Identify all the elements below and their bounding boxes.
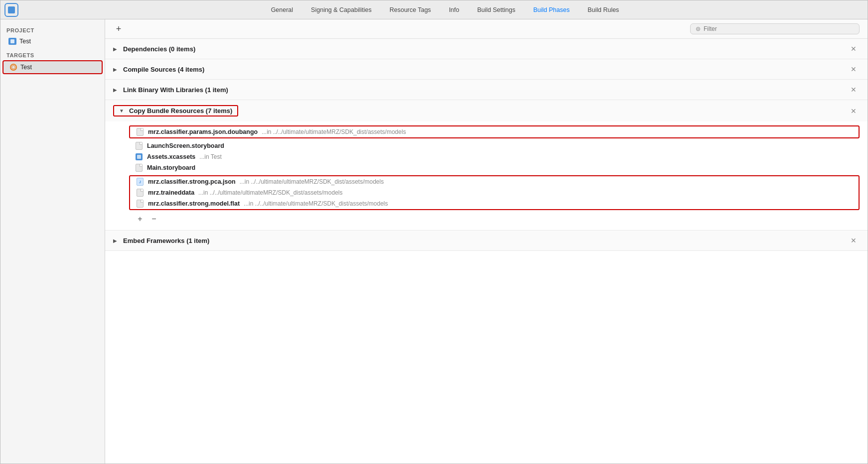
- filter-input[interactable]: [704, 25, 854, 32]
- phase-copy-bundle-content: mrz.classifier.params.json.doubango ...i…: [105, 121, 868, 230]
- add-phase-button[interactable]: +: [113, 23, 124, 34]
- copy-bundle-action-row: + −: [105, 212, 868, 226]
- phase-link-binary-close[interactable]: ✕: [848, 85, 860, 95]
- phase-embed-frameworks: ▶ Embed Frameworks (1 item) ✕: [105, 231, 868, 251]
- file-path-mrz-params: ...in ../../ultimate/ultimateMRZ/SDK_dis…: [262, 128, 406, 135]
- phase-link-binary: ▶ Link Binary With Libraries (1 item) ✕: [105, 80, 868, 100]
- xcode-icon: [4, 3, 18, 17]
- filter-box: ⊜: [690, 23, 860, 34]
- file-row-main-storyboard[interactable]: Main.storyboard: [105, 162, 868, 173]
- filter-icon: ⊜: [696, 25, 701, 32]
- chevron-right-icon-link: ▶: [113, 87, 119, 93]
- copy-bundle-remove-file-button[interactable]: −: [149, 214, 159, 224]
- phase-dependencies: ▶ Dependencies (0 items) ✕: [105, 39, 868, 59]
- targets-section-label: TARGETS: [0, 50, 105, 60]
- xcassets-icon: [136, 153, 143, 160]
- doc-icon-main-storyboard: [135, 164, 143, 172]
- target-item-label: Test: [20, 64, 32, 71]
- tab-resource-tags[interactable]: Resource Tags: [381, 3, 440, 16]
- file-row-mrz-trained[interactable]: mrz.traineddata ...in ../../ultimate/ult…: [130, 187, 859, 198]
- chevron-down-icon-copy-bundle: ▼: [119, 108, 125, 114]
- json-blue-icon: J: [137, 178, 144, 186]
- project-icon: [8, 37, 16, 45]
- phase-link-binary-title: Link Binary With Libraries (1 item): [123, 86, 844, 94]
- chevron-right-icon-compile: ▶: [113, 67, 119, 72]
- phase-link-binary-header[interactable]: ▶ Link Binary With Libraries (1 item) ✕: [105, 80, 868, 100]
- file-name-mrz-params: mrz.classifier.params.json.doubango: [148, 128, 258, 135]
- tab-build-phases[interactable]: Build Phases: [524, 3, 579, 16]
- document-icon-main: [136, 164, 143, 172]
- target-icon-graphic: [9, 63, 17, 71]
- phase-copy-bundle-title[interactable]: Copy Bundle Resources (7 items): [129, 107, 232, 115]
- xcode-icon-inner: [8, 6, 15, 13]
- tab-build-rules[interactable]: Build Rules: [579, 3, 628, 16]
- phase-dependencies-header[interactable]: ▶ Dependencies (0 items) ✕: [105, 39, 868, 59]
- phase-compile-sources-close[interactable]: ✕: [848, 64, 860, 74]
- tab-info[interactable]: Info: [440, 3, 468, 16]
- document-icon: [137, 128, 144, 136]
- phase-dependencies-close[interactable]: ✕: [848, 44, 860, 54]
- tab-build-settings[interactable]: Build Settings: [468, 3, 524, 16]
- doc-icon-mrz-model: [136, 200, 144, 208]
- file-path-assets: ...in Test: [199, 153, 221, 160]
- phase-dependencies-title: Dependencies (0 items): [123, 45, 844, 53]
- phase-embed-frameworks-close[interactable]: ✕: [848, 235, 860, 245]
- tab-bar: General Signing & Capabilities Resource …: [0, 0, 868, 19]
- target-bullseye: [10, 64, 17, 71]
- sidebar: PROJECT Test TARGETS T: [0, 19, 105, 464]
- content-toolbar: + ⊜: [105, 19, 868, 39]
- phase-compile-sources-title: Compile Sources (4 items): [123, 66, 844, 73]
- copy-bundle-add-file-button[interactable]: +: [135, 214, 145, 224]
- file-row-mrz-pca[interactable]: J mrz.classifier.strong.pca.json ...in .…: [130, 176, 859, 187]
- sidebar-item-test-target[interactable]: Test: [2, 60, 103, 74]
- doc-icon-mrz-params: [136, 128, 144, 136]
- document-icon-model: [137, 200, 144, 208]
- file-path-mrz-trained: ...in ../../ultimate/ultimateMRZ/SDK_dis…: [198, 189, 342, 196]
- phase-compile-sources-header[interactable]: ▶ Compile Sources (4 items) ✕: [105, 59, 868, 79]
- xcassets-icon-container: [135, 153, 143, 161]
- document-icon-launch: [136, 142, 143, 150]
- tab-general[interactable]: General: [262, 3, 302, 16]
- file-row-launch-screen[interactable]: LaunchScreen.storyboard: [105, 140, 868, 151]
- phase-compile-sources: ▶ Compile Sources (4 items) ✕: [105, 59, 868, 80]
- tab-signing[interactable]: Signing & Capabilities: [302, 3, 381, 16]
- file-row-mrz-params[interactable]: mrz.classifier.params.json.doubango ...i…: [130, 126, 859, 137]
- file-row-mrz-model[interactable]: mrz.classifier.strong.model.flat ...in .…: [130, 198, 859, 209]
- sidebar-item-project[interactable]: Test: [2, 35, 103, 47]
- project-file-icon: [8, 38, 16, 45]
- file-name-mrz-trained: mrz.traineddata: [148, 189, 194, 196]
- highlighted-file-group-2: J mrz.classifier.strong.pca.json ...in .…: [129, 175, 860, 210]
- svg-rect-0: [10, 39, 14, 43]
- content-area: + ⊜ ▶ Dependencies (0 items) ✕ ▶ Compile: [105, 19, 868, 464]
- doc-icon-launch-screen: [135, 142, 143, 150]
- doc-icon-mrz-trained: [136, 189, 144, 197]
- target-icon: [9, 63, 17, 71]
- project-section-label: PROJECT: [0, 25, 105, 35]
- main-area: PROJECT Test TARGETS T: [0, 19, 868, 464]
- phase-copy-bundle-close[interactable]: ✕: [848, 106, 860, 116]
- phase-embed-frameworks-title: Embed Frameworks (1 item): [123, 237, 844, 244]
- file-path-mrz-model: ...in ../../ultimate/ultimateMRZ/SDK_dis…: [244, 200, 388, 207]
- json-blue-icon-pca: J: [136, 178, 144, 186]
- document-icon-trained: [137, 189, 144, 197]
- file-row-assets[interactable]: Assets.xcassets ...in Test: [105, 151, 868, 162]
- chevron-right-icon: ▶: [113, 46, 119, 52]
- highlighted-file-row-1: mrz.classifier.params.json.doubango ...i…: [129, 125, 860, 138]
- app-window: General Signing & Capabilities Resource …: [0, 0, 868, 464]
- chevron-right-icon-embed: ▶: [113, 238, 119, 243]
- file-name-main-storyboard: Main.storyboard: [147, 164, 195, 171]
- file-name-launch-screen: LaunchScreen.storyboard: [147, 142, 224, 149]
- file-name-assets: Assets.xcassets: [147, 153, 195, 160]
- file-path-mrz-pca: ...in ../../ultimate/ultimateMRZ/SDK_dis…: [240, 178, 384, 185]
- svg-rect-1: [137, 155, 141, 159]
- tab-bar-tabs: General Signing & Capabilities Resource …: [26, 3, 864, 16]
- phase-copy-bundle: ▼ Copy Bundle Resources (7 items) ✕ mrz.…: [105, 100, 868, 231]
- file-name-mrz-model: mrz.classifier.strong.model.flat: [148, 200, 240, 207]
- phase-embed-frameworks-header[interactable]: ▶ Embed Frameworks (1 item) ✕: [105, 231, 868, 250]
- project-item-label: Test: [19, 38, 31, 45]
- phase-copy-bundle-header-row: ▼ Copy Bundle Resources (7 items) ✕: [105, 100, 868, 121]
- file-name-mrz-pca: mrz.classifier.strong.pca.json: [148, 178, 236, 185]
